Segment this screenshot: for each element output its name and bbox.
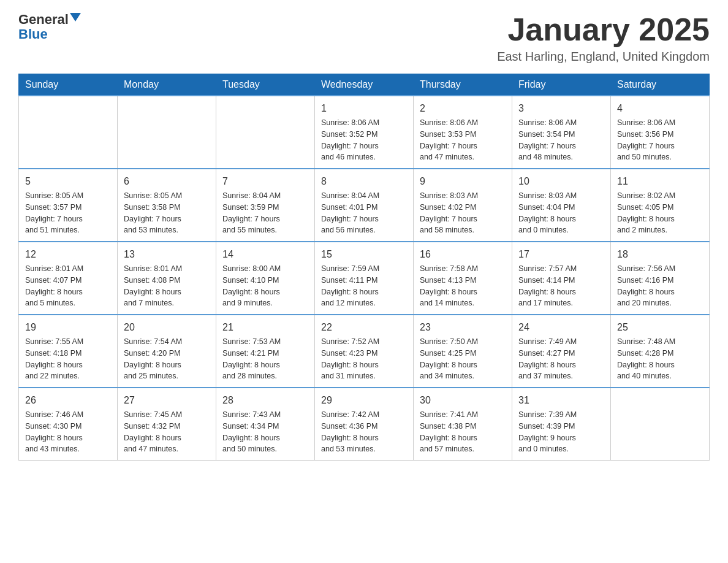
calendar-cell: 18Sunrise: 7:56 AM Sunset: 4:16 PM Dayli… bbox=[611, 242, 710, 315]
calendar-cell: 23Sunrise: 7:50 AM Sunset: 4:25 PM Dayli… bbox=[414, 315, 512, 388]
day-info: Sunrise: 8:04 AM Sunset: 3:59 PM Dayligh… bbox=[222, 190, 308, 236]
calendar-table: SundayMondayTuesdayWednesdayThursdayFrid… bbox=[18, 74, 710, 461]
location-title: East Harling, England, United Kingdom bbox=[497, 50, 710, 64]
day-info: Sunrise: 7:56 AM Sunset: 4:16 PM Dayligh… bbox=[617, 263, 703, 309]
logo: General Blue bbox=[18, 12, 81, 42]
day-info: Sunrise: 8:04 AM Sunset: 4:01 PM Dayligh… bbox=[321, 190, 407, 236]
calendar-cell: 25Sunrise: 7:48 AM Sunset: 4:28 PM Dayli… bbox=[611, 315, 710, 388]
calendar-cell: 31Sunrise: 7:39 AM Sunset: 4:39 PM Dayli… bbox=[512, 388, 611, 461]
day-number: 15 bbox=[321, 247, 407, 262]
calendar-cell: 29Sunrise: 7:42 AM Sunset: 4:36 PM Dayli… bbox=[315, 388, 414, 461]
calendar-cell: 19Sunrise: 7:55 AM Sunset: 4:18 PM Dayli… bbox=[19, 315, 118, 388]
day-number: 14 bbox=[222, 247, 308, 262]
calendar-cell: 6Sunrise: 8:05 AM Sunset: 3:58 PM Daylig… bbox=[118, 169, 216, 242]
header-monday: Monday bbox=[118, 74, 216, 96]
calendar-cell: 24Sunrise: 7:49 AM Sunset: 4:27 PM Dayli… bbox=[512, 315, 611, 388]
day-info: Sunrise: 8:01 AM Sunset: 4:08 PM Dayligh… bbox=[124, 263, 210, 309]
calendar-cell: 11Sunrise: 8:02 AM Sunset: 4:05 PM Dayli… bbox=[611, 169, 710, 242]
calendar-cell bbox=[19, 96, 118, 169]
day-info: Sunrise: 8:03 AM Sunset: 4:04 PM Dayligh… bbox=[518, 190, 604, 236]
calendar-week-4: 19Sunrise: 7:55 AM Sunset: 4:18 PM Dayli… bbox=[19, 315, 710, 388]
calendar-cell: 12Sunrise: 8:01 AM Sunset: 4:07 PM Dayli… bbox=[19, 242, 118, 315]
header-wednesday: Wednesday bbox=[315, 74, 414, 96]
day-number: 3 bbox=[518, 101, 604, 116]
day-info: Sunrise: 7:48 AM Sunset: 4:28 PM Dayligh… bbox=[617, 336, 703, 382]
header-sunday: Sunday bbox=[19, 74, 118, 96]
logo-triangle-icon bbox=[70, 13, 81, 21]
day-number: 8 bbox=[321, 174, 407, 189]
day-info: Sunrise: 8:06 AM Sunset: 3:53 PM Dayligh… bbox=[420, 117, 506, 163]
month-title: January 2025 bbox=[497, 12, 710, 47]
day-info: Sunrise: 7:53 AM Sunset: 4:21 PM Dayligh… bbox=[222, 336, 308, 382]
calendar-cell: 28Sunrise: 7:43 AM Sunset: 4:34 PM Dayli… bbox=[216, 388, 315, 461]
calendar-week-1: 1Sunrise: 8:06 AM Sunset: 3:52 PM Daylig… bbox=[19, 96, 710, 169]
page-header: General Blue January 2025 East Harling, … bbox=[18, 12, 710, 64]
day-number: 13 bbox=[124, 247, 210, 262]
header-thursday: Thursday bbox=[414, 74, 512, 96]
calendar-cell: 20Sunrise: 7:54 AM Sunset: 4:20 PM Dayli… bbox=[118, 315, 216, 388]
day-number: 6 bbox=[124, 174, 210, 189]
calendar-cell: 15Sunrise: 7:59 AM Sunset: 4:11 PM Dayli… bbox=[315, 242, 414, 315]
day-number: 19 bbox=[25, 320, 111, 335]
day-number: 23 bbox=[420, 320, 506, 335]
day-info: Sunrise: 7:45 AM Sunset: 4:32 PM Dayligh… bbox=[124, 409, 210, 455]
calendar-cell: 14Sunrise: 8:00 AM Sunset: 4:10 PM Dayli… bbox=[216, 242, 315, 315]
day-number: 10 bbox=[518, 174, 604, 189]
day-number: 22 bbox=[321, 320, 407, 335]
header-saturday: Saturday bbox=[611, 74, 710, 96]
calendar-cell: 30Sunrise: 7:41 AM Sunset: 4:38 PM Dayli… bbox=[414, 388, 512, 461]
day-number: 21 bbox=[222, 320, 308, 335]
day-number: 27 bbox=[124, 393, 210, 408]
day-number: 20 bbox=[124, 320, 210, 335]
calendar-cell: 21Sunrise: 7:53 AM Sunset: 4:21 PM Dayli… bbox=[216, 315, 315, 388]
day-number: 5 bbox=[25, 174, 111, 189]
day-info: Sunrise: 8:06 AM Sunset: 3:52 PM Dayligh… bbox=[321, 117, 407, 163]
day-number: 2 bbox=[420, 101, 506, 116]
calendar-week-5: 26Sunrise: 7:46 AM Sunset: 4:30 PM Dayli… bbox=[19, 388, 710, 461]
day-info: Sunrise: 8:05 AM Sunset: 3:58 PM Dayligh… bbox=[124, 190, 210, 236]
day-number: 28 bbox=[222, 393, 308, 408]
day-info: Sunrise: 7:46 AM Sunset: 4:30 PM Dayligh… bbox=[25, 409, 111, 455]
calendar-cell: 16Sunrise: 7:58 AM Sunset: 4:13 PM Dayli… bbox=[414, 242, 512, 315]
calendar-cell: 17Sunrise: 7:57 AM Sunset: 4:14 PM Dayli… bbox=[512, 242, 611, 315]
day-info: Sunrise: 7:49 AM Sunset: 4:27 PM Dayligh… bbox=[518, 336, 604, 382]
day-info: Sunrise: 8:05 AM Sunset: 3:57 PM Dayligh… bbox=[25, 190, 111, 236]
day-number: 7 bbox=[222, 174, 308, 189]
day-number: 16 bbox=[420, 247, 506, 262]
calendar-cell: 3Sunrise: 8:06 AM Sunset: 3:54 PM Daylig… bbox=[512, 96, 611, 169]
day-info: Sunrise: 8:06 AM Sunset: 3:56 PM Dayligh… bbox=[617, 117, 703, 163]
day-info: Sunrise: 7:39 AM Sunset: 4:39 PM Dayligh… bbox=[518, 409, 604, 455]
calendar-cell: 13Sunrise: 8:01 AM Sunset: 4:08 PM Dayli… bbox=[118, 242, 216, 315]
logo-general: General bbox=[18, 12, 69, 27]
day-number: 17 bbox=[518, 247, 604, 262]
day-info: Sunrise: 7:42 AM Sunset: 4:36 PM Dayligh… bbox=[321, 409, 407, 455]
logo-blue: Blue bbox=[18, 27, 48, 42]
calendar-cell: 1Sunrise: 8:06 AM Sunset: 3:52 PM Daylig… bbox=[315, 96, 414, 169]
day-number: 24 bbox=[518, 320, 604, 335]
calendar-cell: 4Sunrise: 8:06 AM Sunset: 3:56 PM Daylig… bbox=[611, 96, 710, 169]
day-number: 18 bbox=[617, 247, 703, 262]
calendar-cell bbox=[118, 96, 216, 169]
day-info: Sunrise: 8:06 AM Sunset: 3:54 PM Dayligh… bbox=[518, 117, 604, 163]
day-info: Sunrise: 8:03 AM Sunset: 4:02 PM Dayligh… bbox=[420, 190, 506, 236]
header-tuesday: Tuesday bbox=[216, 74, 315, 96]
calendar-cell: 2Sunrise: 8:06 AM Sunset: 3:53 PM Daylig… bbox=[414, 96, 512, 169]
day-number: 26 bbox=[25, 393, 111, 408]
day-number: 12 bbox=[25, 247, 111, 262]
header-friday: Friday bbox=[512, 74, 611, 96]
day-number: 4 bbox=[617, 101, 703, 116]
day-info: Sunrise: 7:50 AM Sunset: 4:25 PM Dayligh… bbox=[420, 336, 506, 382]
day-info: Sunrise: 7:52 AM Sunset: 4:23 PM Dayligh… bbox=[321, 336, 407, 382]
calendar-cell: 5Sunrise: 8:05 AM Sunset: 3:57 PM Daylig… bbox=[19, 169, 118, 242]
day-info: Sunrise: 8:00 AM Sunset: 4:10 PM Dayligh… bbox=[222, 263, 308, 309]
calendar-cell: 8Sunrise: 8:04 AM Sunset: 4:01 PM Daylig… bbox=[315, 169, 414, 242]
day-info: Sunrise: 7:59 AM Sunset: 4:11 PM Dayligh… bbox=[321, 263, 407, 309]
day-info: Sunrise: 7:41 AM Sunset: 4:38 PM Dayligh… bbox=[420, 409, 506, 455]
day-info: Sunrise: 7:58 AM Sunset: 4:13 PM Dayligh… bbox=[420, 263, 506, 309]
day-info: Sunrise: 7:43 AM Sunset: 4:34 PM Dayligh… bbox=[222, 409, 308, 455]
day-info: Sunrise: 7:55 AM Sunset: 4:18 PM Dayligh… bbox=[25, 336, 111, 382]
day-info: Sunrise: 8:01 AM Sunset: 4:07 PM Dayligh… bbox=[25, 263, 111, 309]
calendar-cell: 27Sunrise: 7:45 AM Sunset: 4:32 PM Dayli… bbox=[118, 388, 216, 461]
day-number: 29 bbox=[321, 393, 407, 408]
calendar-header-row: SundayMondayTuesdayWednesdayThursdayFrid… bbox=[19, 74, 710, 96]
